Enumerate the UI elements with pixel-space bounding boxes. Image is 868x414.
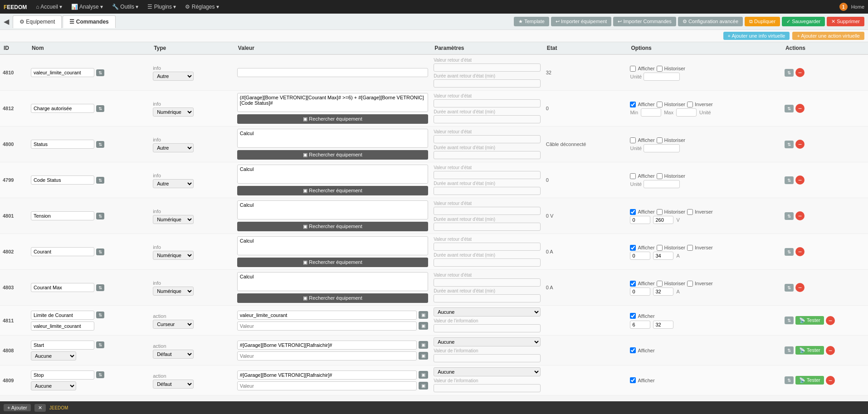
param-select[interactable]: Aucune <box>434 367 541 376</box>
name-input[interactable] <box>31 211 94 220</box>
tab-commandes[interactable]: ☰ Commandes <box>63 15 115 28</box>
copy-button[interactable]: ⇅ <box>785 176 794 184</box>
search-equipment-button[interactable]: ▣ Rechercher équipement <box>237 222 428 231</box>
import-commands-button[interactable]: ↩ Importer Commandes <box>613 17 676 26</box>
value-sq-button[interactable]: ▣ <box>419 341 428 349</box>
unit-input[interactable] <box>644 73 680 81</box>
value-sq-button-2[interactable]: ▣ <box>419 382 428 390</box>
option-afficher-checkbox[interactable] <box>630 102 636 107</box>
copy-button[interactable]: ⇅ <box>785 212 794 220</box>
value-textarea[interactable]: (#[Garage][Borne VETRONIC][Courant Max]#… <box>237 93 428 112</box>
param-duree-input[interactable] <box>434 223 541 231</box>
value-textarea[interactable]: Calcul <box>237 200 428 219</box>
type-select[interactable]: CurseurDéfaut <box>153 320 194 329</box>
nav-analyse[interactable]: 📊 Analyse ▾ <box>68 2 107 12</box>
remove-button[interactable]: − <box>826 316 835 325</box>
param-duree-input[interactable] <box>434 79 541 88</box>
unit-input[interactable] <box>644 144 680 152</box>
remove-button[interactable]: − <box>795 140 805 149</box>
back-button[interactable]: ◀ <box>4 17 9 26</box>
add-virtual-info-button[interactable]: + Ajouter une info virtuelle <box>723 32 790 40</box>
param-retour-input[interactable] <box>434 171 541 179</box>
name-select[interactable]: Aucune <box>31 351 76 360</box>
search-equipment-button[interactable]: ▣ Rechercher équipement <box>237 258 428 267</box>
advanced-config-button[interactable]: ⚙ Configuration avancée <box>678 17 743 26</box>
param-duree-input[interactable] <box>434 258 541 267</box>
name-icon-button[interactable]: ⇅ <box>96 284 104 291</box>
option-inverser-checkbox[interactable] <box>687 102 693 107</box>
name-icon-button[interactable]: ⇅ <box>96 371 104 378</box>
name-input[interactable] <box>31 370 94 380</box>
type-select[interactable]: AutreNumérique <box>153 72 194 81</box>
copy-button[interactable]: ⇅ <box>785 284 794 292</box>
value-input[interactable] <box>237 370 417 380</box>
option-historiser-checkbox[interactable] <box>657 173 663 179</box>
value-input[interactable] <box>237 68 428 77</box>
value-input-2[interactable] <box>237 351 417 360</box>
name-icon-button[interactable]: ⇅ <box>96 69 104 76</box>
param-retour-input[interactable] <box>434 243 541 251</box>
name-select-2[interactable]: Aucune <box>31 381 76 390</box>
option-afficher-checkbox[interactable] <box>630 137 636 143</box>
name-input[interactable] <box>31 175 94 185</box>
name-icon-button[interactable]: ⇅ <box>96 213 104 219</box>
option-afficher-checkbox[interactable] <box>630 173 636 179</box>
nav-plugins[interactable]: ☰ Plugins ▾ <box>144 2 180 12</box>
nav-accueil[interactable]: ⌂ Accueil ▾ <box>32 2 66 12</box>
param-info-input[interactable] <box>434 354 541 362</box>
param-duree-input[interactable] <box>434 115 541 123</box>
min-input[interactable] <box>630 216 650 224</box>
option-historiser-checkbox[interactable] <box>657 66 663 72</box>
option-afficher-checkbox[interactable] <box>630 313 636 319</box>
param-info-input[interactable] <box>434 384 541 392</box>
max-input[interactable] <box>653 252 673 260</box>
value-sq-button-2[interactable]: ▣ <box>419 352 428 360</box>
option-afficher-checkbox[interactable] <box>630 209 636 215</box>
type-select[interactable]: NumériqueAutre <box>153 107 194 117</box>
name-input[interactable] <box>31 341 94 350</box>
import-equipment-button[interactable]: ↩ Importer équipement <box>551 17 612 26</box>
name-icon-button[interactable]: ⇅ <box>96 177 104 184</box>
min-input[interactable] <box>630 321 650 329</box>
unit-input[interactable] <box>644 180 680 188</box>
name-icon-button[interactable]: ⇅ <box>96 105 104 112</box>
type-select[interactable]: AutreNumérique <box>153 143 194 152</box>
max-input[interactable] <box>676 108 697 117</box>
name-input[interactable] <box>31 311 94 320</box>
value-sq-button[interactable]: ▣ <box>419 371 428 379</box>
remove-button[interactable]: − <box>795 175 805 185</box>
copy-button[interactable]: ⇅ <box>785 248 794 256</box>
param-select[interactable]: Aucune <box>434 337 541 346</box>
option-afficher-checkbox[interactable] <box>630 245 636 251</box>
value-textarea[interactable]: Calcul <box>237 129 428 148</box>
notification-badge[interactable]: 1 <box>839 3 848 11</box>
type-select[interactable]: NumériqueAutre <box>153 215 194 224</box>
copy-button[interactable]: ⇅ <box>785 141 794 148</box>
duplicate-button[interactable]: ⧉ Dupliquer <box>745 17 780 26</box>
search-equipment-button[interactable]: ▣ Rechercher équipement <box>237 114 428 124</box>
tester-button[interactable]: 📡 Tester <box>795 376 824 385</box>
nav-outils[interactable]: 🔧 Outils ▾ <box>108 2 142 12</box>
remove-button[interactable]: − <box>795 247 805 256</box>
search-equipment-button[interactable]: ▣ Rechercher équipement <box>237 293 428 303</box>
save-button[interactable]: ✓ Sauvegarder <box>782 17 825 26</box>
name-input[interactable] <box>31 68 94 77</box>
remove-button[interactable]: − <box>795 104 805 113</box>
value-sq-button-2[interactable]: ▣ <box>419 322 428 330</box>
option-afficher-checkbox[interactable] <box>630 347 636 353</box>
param-retour-input[interactable] <box>434 278 541 287</box>
min-input[interactable] <box>641 108 661 117</box>
option-inverser-checkbox[interactable] <box>687 245 693 251</box>
option-historiser-checkbox[interactable] <box>657 102 663 107</box>
name-input[interactable] <box>31 140 94 149</box>
option-historiser-checkbox[interactable] <box>657 281 663 287</box>
name-icon-button[interactable]: ⇅ <box>96 312 104 318</box>
option-inverser-checkbox[interactable] <box>687 209 693 215</box>
tester-button[interactable]: 📡 Tester <box>795 316 824 325</box>
copy-button[interactable]: ⇅ <box>785 105 794 112</box>
copy-button[interactable]: ⇅ <box>785 317 794 324</box>
tab-equipement[interactable]: ⚙ Equipement <box>13 15 62 28</box>
copy-button[interactable]: ⇅ <box>785 69 794 77</box>
remove-button[interactable]: − <box>795 211 805 220</box>
type-select[interactable]: DéfautCurseur <box>153 380 194 389</box>
